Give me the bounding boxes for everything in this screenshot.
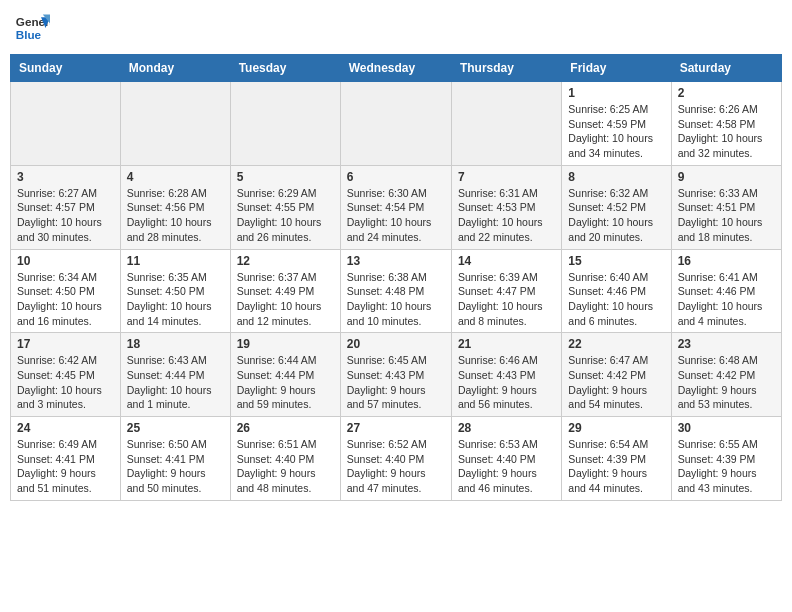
day-info: Sunrise: 6:53 AM Sunset: 4:40 PM Dayligh… [458,437,555,496]
logo-icon: General Blue [14,10,50,46]
day-info: Sunrise: 6:32 AM Sunset: 4:52 PM Dayligh… [568,186,664,245]
day-number: 19 [237,337,334,351]
calendar-cell: 12Sunrise: 6:37 AM Sunset: 4:49 PM Dayli… [230,249,340,333]
calendar-cell: 30Sunrise: 6:55 AM Sunset: 4:39 PM Dayli… [671,417,781,501]
calendar-cell: 1Sunrise: 6:25 AM Sunset: 4:59 PM Daylig… [562,82,671,166]
day-info: Sunrise: 6:37 AM Sunset: 4:49 PM Dayligh… [237,270,334,329]
calendar-cell: 5Sunrise: 6:29 AM Sunset: 4:55 PM Daylig… [230,165,340,249]
day-number: 13 [347,254,445,268]
day-number: 28 [458,421,555,435]
calendar-cell: 10Sunrise: 6:34 AM Sunset: 4:50 PM Dayli… [11,249,121,333]
calendar-cell: 11Sunrise: 6:35 AM Sunset: 4:50 PM Dayli… [120,249,230,333]
day-info: Sunrise: 6:40 AM Sunset: 4:46 PM Dayligh… [568,270,664,329]
calendar-cell: 13Sunrise: 6:38 AM Sunset: 4:48 PM Dayli… [340,249,451,333]
weekday-friday: Friday [562,55,671,82]
weekday-monday: Monday [120,55,230,82]
calendar-cell: 8Sunrise: 6:32 AM Sunset: 4:52 PM Daylig… [562,165,671,249]
calendar-cell: 24Sunrise: 6:49 AM Sunset: 4:41 PM Dayli… [11,417,121,501]
calendar-week-3: 10Sunrise: 6:34 AM Sunset: 4:50 PM Dayli… [11,249,782,333]
page-header: General Blue [10,10,782,46]
day-info: Sunrise: 6:42 AM Sunset: 4:45 PM Dayligh… [17,353,114,412]
day-info: Sunrise: 6:26 AM Sunset: 4:58 PM Dayligh… [678,102,775,161]
calendar-cell: 4Sunrise: 6:28 AM Sunset: 4:56 PM Daylig… [120,165,230,249]
calendar-cell: 20Sunrise: 6:45 AM Sunset: 4:43 PM Dayli… [340,333,451,417]
day-info: Sunrise: 6:44 AM Sunset: 4:44 PM Dayligh… [237,353,334,412]
calendar-cell: 23Sunrise: 6:48 AM Sunset: 4:42 PM Dayli… [671,333,781,417]
day-info: Sunrise: 6:52 AM Sunset: 4:40 PM Dayligh… [347,437,445,496]
day-number: 30 [678,421,775,435]
day-info: Sunrise: 6:43 AM Sunset: 4:44 PM Dayligh… [127,353,224,412]
calendar-cell: 16Sunrise: 6:41 AM Sunset: 4:46 PM Dayli… [671,249,781,333]
calendar-week-2: 3Sunrise: 6:27 AM Sunset: 4:57 PM Daylig… [11,165,782,249]
weekday-saturday: Saturday [671,55,781,82]
calendar-cell: 15Sunrise: 6:40 AM Sunset: 4:46 PM Dayli… [562,249,671,333]
calendar-cell: 2Sunrise: 6:26 AM Sunset: 4:58 PM Daylig… [671,82,781,166]
day-number: 15 [568,254,664,268]
day-number: 12 [237,254,334,268]
day-info: Sunrise: 6:30 AM Sunset: 4:54 PM Dayligh… [347,186,445,245]
day-info: Sunrise: 6:25 AM Sunset: 4:59 PM Dayligh… [568,102,664,161]
day-info: Sunrise: 6:33 AM Sunset: 4:51 PM Dayligh… [678,186,775,245]
day-number: 4 [127,170,224,184]
day-info: Sunrise: 6:29 AM Sunset: 4:55 PM Dayligh… [237,186,334,245]
day-number: 24 [17,421,114,435]
day-number: 29 [568,421,664,435]
calendar-cell [120,82,230,166]
calendar-cell: 18Sunrise: 6:43 AM Sunset: 4:44 PM Dayli… [120,333,230,417]
day-number: 5 [237,170,334,184]
calendar-week-4: 17Sunrise: 6:42 AM Sunset: 4:45 PM Dayli… [11,333,782,417]
day-number: 20 [347,337,445,351]
day-number: 22 [568,337,664,351]
day-info: Sunrise: 6:35 AM Sunset: 4:50 PM Dayligh… [127,270,224,329]
logo: General Blue [14,10,50,46]
day-number: 3 [17,170,114,184]
calendar-cell: 6Sunrise: 6:30 AM Sunset: 4:54 PM Daylig… [340,165,451,249]
day-number: 21 [458,337,555,351]
day-info: Sunrise: 6:54 AM Sunset: 4:39 PM Dayligh… [568,437,664,496]
day-number: 10 [17,254,114,268]
day-number: 23 [678,337,775,351]
calendar-cell: 28Sunrise: 6:53 AM Sunset: 4:40 PM Dayli… [451,417,561,501]
calendar-body: 1Sunrise: 6:25 AM Sunset: 4:59 PM Daylig… [11,82,782,501]
day-info: Sunrise: 6:51 AM Sunset: 4:40 PM Dayligh… [237,437,334,496]
day-info: Sunrise: 6:28 AM Sunset: 4:56 PM Dayligh… [127,186,224,245]
day-number: 16 [678,254,775,268]
day-number: 11 [127,254,224,268]
calendar-week-5: 24Sunrise: 6:49 AM Sunset: 4:41 PM Dayli… [11,417,782,501]
calendar-cell: 27Sunrise: 6:52 AM Sunset: 4:40 PM Dayli… [340,417,451,501]
day-number: 9 [678,170,775,184]
day-number: 7 [458,170,555,184]
calendar-cell: 9Sunrise: 6:33 AM Sunset: 4:51 PM Daylig… [671,165,781,249]
calendar-cell: 25Sunrise: 6:50 AM Sunset: 4:41 PM Dayli… [120,417,230,501]
day-number: 6 [347,170,445,184]
weekday-tuesday: Tuesday [230,55,340,82]
calendar-cell: 3Sunrise: 6:27 AM Sunset: 4:57 PM Daylig… [11,165,121,249]
day-number: 25 [127,421,224,435]
calendar-cell: 29Sunrise: 6:54 AM Sunset: 4:39 PM Dayli… [562,417,671,501]
calendar-cell: 26Sunrise: 6:51 AM Sunset: 4:40 PM Dayli… [230,417,340,501]
day-number: 27 [347,421,445,435]
calendar-cell [230,82,340,166]
day-info: Sunrise: 6:46 AM Sunset: 4:43 PM Dayligh… [458,353,555,412]
day-info: Sunrise: 6:50 AM Sunset: 4:41 PM Dayligh… [127,437,224,496]
day-info: Sunrise: 6:31 AM Sunset: 4:53 PM Dayligh… [458,186,555,245]
calendar-cell: 19Sunrise: 6:44 AM Sunset: 4:44 PM Dayli… [230,333,340,417]
day-number: 14 [458,254,555,268]
day-number: 17 [17,337,114,351]
day-info: Sunrise: 6:38 AM Sunset: 4:48 PM Dayligh… [347,270,445,329]
day-info: Sunrise: 6:34 AM Sunset: 4:50 PM Dayligh… [17,270,114,329]
weekday-header-row: SundayMondayTuesdayWednesdayThursdayFrid… [11,55,782,82]
svg-text:Blue: Blue [16,28,42,41]
calendar-cell: 21Sunrise: 6:46 AM Sunset: 4:43 PM Dayli… [451,333,561,417]
day-number: 26 [237,421,334,435]
calendar-cell [11,82,121,166]
weekday-wednesday: Wednesday [340,55,451,82]
day-info: Sunrise: 6:49 AM Sunset: 4:41 PM Dayligh… [17,437,114,496]
day-info: Sunrise: 6:48 AM Sunset: 4:42 PM Dayligh… [678,353,775,412]
calendar-week-1: 1Sunrise: 6:25 AM Sunset: 4:59 PM Daylig… [11,82,782,166]
day-number: 18 [127,337,224,351]
calendar-cell: 14Sunrise: 6:39 AM Sunset: 4:47 PM Dayli… [451,249,561,333]
day-info: Sunrise: 6:27 AM Sunset: 4:57 PM Dayligh… [17,186,114,245]
day-info: Sunrise: 6:47 AM Sunset: 4:42 PM Dayligh… [568,353,664,412]
day-info: Sunrise: 6:41 AM Sunset: 4:46 PM Dayligh… [678,270,775,329]
